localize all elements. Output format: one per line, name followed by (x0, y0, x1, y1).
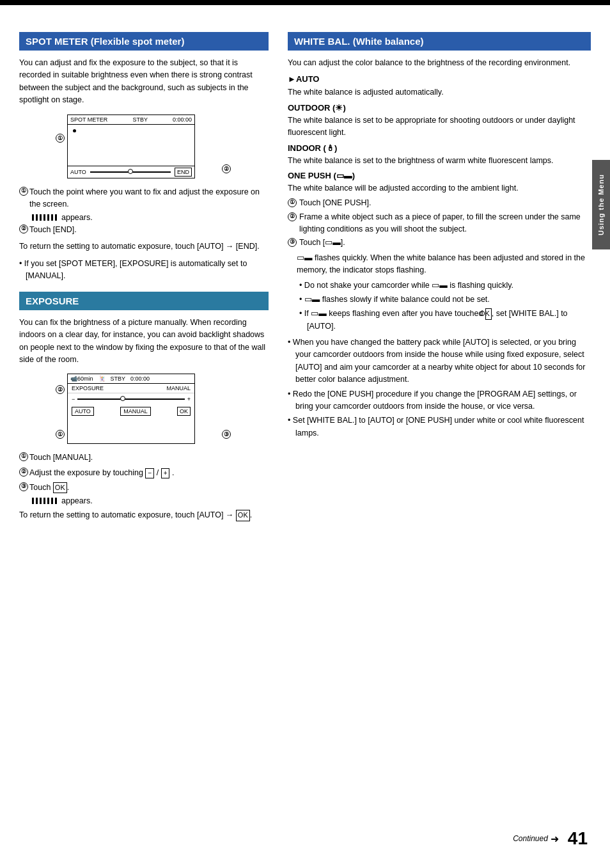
onepush-step-1: ① Touch [ONE PUSH]. (288, 197, 591, 209)
instr-num-1: ① (19, 187, 28, 196)
continued-text: Continued (513, 834, 548, 843)
continued-arrow: ➜ (551, 833, 559, 845)
ok-inline-3: OK (485, 308, 492, 319)
step-num-2: ② (288, 212, 297, 221)
spot-instr-2: ② Touch [END]. (19, 224, 269, 236)
exp-labels: EXPOSURE MANUAL (68, 384, 194, 393)
screen-bottom: AUTO END (68, 166, 194, 178)
spot-meter-section: SPOT METER (Flexible spot meter) You can… (19, 32, 269, 283)
exp-bottom: AUTO MANUAL OK (68, 405, 194, 418)
onepush-subnote: ▭▬ flashes quickly. When the white balan… (288, 252, 591, 277)
white-bal-intro: You can adjust the color balance to the … (288, 57, 591, 69)
exp-topbar: 📹60min 🃏 STBY 0:00:00 (68, 374, 194, 384)
exp-text-1: Touch [MANUAL]. (29, 452, 93, 464)
screen-auto-label: AUTO (70, 169, 86, 175)
content-area: SPOT METER (Flexible spot meter) You can… (19, 32, 591, 822)
appears-line-1: appears. (32, 213, 269, 222)
exposure-section: EXPOSURE You can fix the brightness of a… (19, 292, 269, 522)
spot-meter-header: SPOT METER (Flexible spot meter) (19, 32, 269, 51)
screen-label-stby: STBY (132, 116, 148, 123)
appears-arrow-2 (32, 498, 58, 504)
ok-inline-1: OK (53, 482, 67, 493)
instr-text-2: Touch [END]. (29, 224, 77, 236)
exp-top-time: 0:00:00 (130, 375, 150, 382)
exp-label-manual: MANUAL (166, 385, 191, 391)
indoor-body: The white balance is set to the brightne… (288, 155, 591, 167)
diagram-label-1: ① (56, 134, 65, 143)
spot-instr-1: ① Touch the point where you want to fix … (19, 186, 269, 211)
appears-line-2: appears. (32, 496, 269, 505)
sidebar-tab: Using the Menu (592, 160, 610, 249)
auto-body: The white balance is adjusted automatica… (288, 86, 591, 99)
onepush-bullet-1: Do not shake your camcorder while ▭▬ is … (299, 280, 591, 292)
step-num-3: ③ (288, 238, 297, 247)
exposure-header: EXPOSURE (19, 292, 269, 310)
screen-label-spotmeter: SPOT METER (70, 116, 107, 123)
spot-return-text: To return the setting to automatic expos… (19, 241, 269, 253)
left-column: SPOT METER (Flexible spot meter) You can… (19, 32, 269, 822)
onepush-bullet-3: If ▭▬ keeps flashing even after you have… (299, 308, 591, 333)
auto-label: AUTO (296, 74, 320, 84)
exp-diagram-label-2: ② (56, 385, 65, 394)
footer: Continued ➜ 41 (19, 828, 591, 849)
white-bal-header: WHITE BAL. (White balance) (288, 32, 591, 51)
exp-diagram-label-1: ① (56, 430, 65, 439)
top-bar (0, 0, 610, 5)
screen-end-label: END (175, 168, 192, 177)
auto-section: ►AUTO The white balance is adjusted auto… (288, 74, 591, 99)
appears-text-1: appears. (61, 213, 93, 222)
page: SPOT METER (Flexible spot meter) You can… (0, 0, 610, 868)
step-num-1: ① (288, 198, 297, 207)
exp-top-card: 🃏 (98, 375, 106, 382)
outdoor-section: OUTDOOR (☀) The white balance is set to … (288, 103, 591, 139)
onepush-step-3: ③ Touch [▭▬]. (288, 237, 591, 249)
exp-return-text: To return the setting to automatic expos… (19, 509, 269, 521)
exp-btn-manual: MANUAL (120, 407, 151, 416)
appears-text-2: appears. (61, 496, 93, 505)
auto-arrow: ► (288, 74, 296, 84)
instr-text-1: Touch the point where you want to fix an… (29, 186, 269, 211)
appears-arrow-1 (32, 214, 58, 221)
spot-note: • If you set [SPOT METER], [EXPOSURE] is… (19, 258, 269, 283)
exp-btn-auto: AUTO (72, 407, 94, 416)
exp-instr-3: ③ Touch OK. (19, 482, 269, 494)
exp-top-60min: 📹60min (70, 375, 93, 382)
exp-minus-sign: − (72, 396, 75, 402)
exp-diagram-wrapper: ② 📹60min 🃏 STBY 0:00:00 EXPOSURE MANUAL (67, 374, 221, 444)
exp-num-1: ① (19, 452, 28, 461)
onepush-section: ONE PUSH (▭▬) The white balance will be … (288, 171, 591, 333)
exp-plus-sign: + (187, 396, 191, 402)
instr-num-2: ② (19, 225, 28, 233)
onepush-steps: ① Touch [ONE PUSH]. ② Frame a white obje… (288, 197, 591, 249)
step-text-2: Frame a white object such as a piece of … (299, 211, 591, 236)
auto-header: ►AUTO (288, 74, 591, 84)
spot-meter-body: You can adjust and fix the exposure to t… (19, 57, 269, 107)
onepush-body: The white balance will be adjusted accor… (288, 182, 591, 194)
spot-meter-diagram: ① SPOT METER STBY 0:00:00 AUTO (19, 114, 269, 178)
exp-top-stby: STBY (111, 375, 126, 382)
bottom-bullet-1: When you have changed the battery pack w… (288, 336, 591, 386)
onepush-bullet-2: ▭▬ flashes slowly if white balance could… (299, 294, 591, 306)
exp-slider-row: − + (68, 393, 194, 405)
exp-text-2: Adjust the exposure by touching − / + . (29, 467, 174, 479)
exp-text-3: Touch OK. (29, 482, 69, 494)
exp-instr-2: ② Adjust the exposure by touching − / + … (19, 467, 269, 479)
camcorder-screen: SPOT METER STBY 0:00:00 AUTO (67, 114, 195, 178)
screen-topbar: SPOT METER STBY 0:00:00 (68, 115, 194, 125)
exp-btn-ok: OK (177, 407, 191, 416)
screen-label-time: 0:00:00 (173, 116, 192, 123)
onepush-bullets: Do not shake your camcorder while ▭▬ is … (299, 280, 591, 333)
plus-box: + (161, 468, 170, 478)
exp-num-2: ② (19, 468, 28, 477)
exp-diagram-label-3: ③ (222, 430, 231, 439)
step-text-1: Touch [ONE PUSH]. (299, 197, 371, 209)
outdoor-body: The white balance is set to be appropria… (288, 114, 591, 139)
diagram-label-2: ② (222, 164, 231, 173)
onepush-step-2: ② Frame a white object such as a piece o… (288, 211, 591, 236)
ok-inline-2: OK (236, 510, 250, 521)
exposure-body: You can fix the brightness of a picture … (19, 317, 269, 367)
right-column: WHITE BAL. (White balance) You can adjus… (288, 32, 591, 822)
onepush-title: ONE PUSH (▭▬) (288, 171, 591, 180)
exp-num-3: ③ (19, 482, 28, 491)
exp-instr-1: ① Touch [MANUAL]. (19, 452, 269, 464)
